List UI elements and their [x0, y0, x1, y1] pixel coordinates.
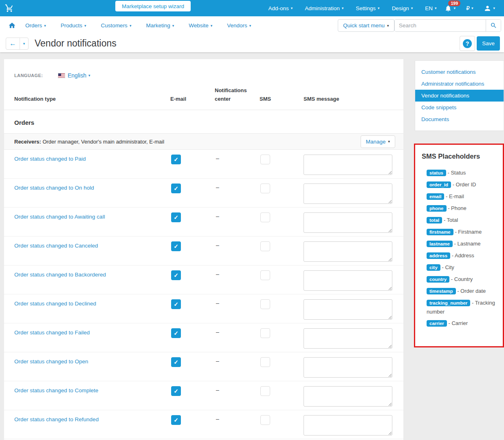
table-row: Order status changed to Backordered –: [4, 265, 403, 294]
email-checkbox[interactable]: [171, 155, 181, 164]
table-row: Order status changed to Paid –: [4, 150, 403, 179]
email-checkbox[interactable]: [171, 299, 181, 309]
help-button[interactable]: ?: [460, 36, 475, 51]
chevron-down-icon: ▾: [387, 24, 389, 28]
section-title-orders: Orders: [14, 119, 393, 126]
sms-checkbox[interactable]: [260, 212, 270, 222]
placeholder-tag[interactable]: email: [427, 193, 444, 200]
main-nav-item[interactable]: Products ▾: [61, 22, 86, 29]
placeholder-tag[interactable]: timestamp: [427, 288, 456, 294]
sms-message-input[interactable]: [304, 357, 392, 378]
sidebar-nav-item[interactable]: Vendor notifications: [415, 90, 504, 102]
placeholder-tag[interactable]: phone: [427, 205, 447, 212]
manage-button[interactable]: Manage ▾: [361, 135, 395, 148]
main-nav-item[interactable]: Orders ▾: [25, 22, 46, 29]
sms-checkbox[interactable]: [260, 386, 270, 396]
email-checkbox[interactable]: [171, 184, 181, 193]
search-input[interactable]: [395, 20, 486, 31]
search-button[interactable]: [486, 20, 501, 31]
chevron-down-icon: ▾: [411, 6, 413, 10]
sms-checkbox[interactable]: [260, 241, 270, 251]
sms-placeholder-item: phone - Phone: [427, 204, 498, 213]
sms-checkbox[interactable]: [260, 415, 270, 425]
notification-type-link[interactable]: Order status changed to Backordered: [14, 270, 106, 278]
sidebar-nav-item[interactable]: Documents: [415, 113, 504, 125]
back-button[interactable]: ←: [6, 38, 20, 49]
topbar-menu-item[interactable]: Design ▾: [392, 5, 413, 11]
save-button[interactable]: Save: [477, 36, 500, 51]
placeholder-tag[interactable]: carrier: [427, 320, 447, 327]
notification-type-link[interactable]: Order status changed to On hold: [14, 184, 94, 191]
placeholder-description: - Order ID: [453, 181, 476, 188]
notification-type-link[interactable]: Order status changed to Open: [14, 357, 88, 365]
column-header-message: SMS message: [304, 95, 394, 103]
sidebar-nav-item[interactable]: Customer notifications: [415, 66, 504, 78]
sidebar-nav-item[interactable]: Administrator notifications: [415, 78, 504, 90]
email-checkbox[interactable]: [171, 357, 181, 367]
sms-checkbox[interactable]: [260, 270, 270, 280]
notification-type-link[interactable]: Order status changed to Complete: [14, 386, 98, 394]
placeholder-tag[interactable]: lastname: [427, 241, 453, 247]
chevron-down-icon: ▾: [453, 6, 456, 10]
notification-type-link[interactable]: Order status changed to Declined: [14, 299, 96, 307]
placeholder-tag[interactable]: city: [427, 264, 440, 271]
email-checkbox[interactable]: [171, 270, 181, 280]
placeholder-tag[interactable]: status: [427, 170, 446, 176]
language-label: LANGUAGE:: [14, 73, 58, 78]
sms-message-input[interactable]: [304, 184, 392, 204]
notifications-center-value: –: [215, 327, 219, 335]
placeholder-tag[interactable]: country: [427, 276, 449, 283]
notification-type-link[interactable]: Order status changed to Failed: [14, 328, 90, 336]
email-checkbox[interactable]: [171, 212, 181, 222]
placeholder-tag[interactable]: total: [427, 217, 442, 223]
notification-type-link[interactable]: Order status changed to Paid: [14, 155, 86, 162]
home-icon[interactable]: [8, 22, 24, 29]
topbar-menu-item[interactable]: EN ▾: [425, 5, 436, 11]
table-row: Order status changed to Awaiting call –: [4, 208, 403, 237]
notifications-bell[interactable]: 199 ▾: [445, 4, 456, 12]
sms-checkbox[interactable]: [260, 184, 270, 193]
back-dropdown-button[interactable]: ▾: [20, 38, 28, 49]
sms-placeholder-item: lastname - Lastname: [427, 239, 498, 248]
placeholder-tag[interactable]: firstname: [427, 229, 453, 235]
sms-checkbox[interactable]: [260, 357, 270, 367]
language-selector[interactable]: English ▾: [68, 72, 90, 79]
quick-start-menu-button[interactable]: Quick start menu ▾: [338, 19, 394, 32]
email-checkbox[interactable]: [171, 328, 181, 338]
sms-message-input[interactable]: [304, 415, 392, 436]
notification-type-link[interactable]: Order status changed to Canceled: [14, 241, 98, 249]
marketplace-setup-wizard-button[interactable]: Marketplace setup wizard: [115, 1, 191, 11]
main-nav-item[interactable]: Customers ▾: [101, 22, 132, 29]
user-menu[interactable]: ▾: [484, 4, 495, 12]
topbar-menu-item[interactable]: Add-ons ▾: [268, 5, 293, 11]
column-header-email: E-mail: [170, 95, 215, 103]
sms-placeholders-title: SMS Placeholders: [420, 153, 498, 160]
placeholder-tag[interactable]: order_id: [427, 181, 451, 188]
currency-menu[interactable]: ₽ ▾: [466, 5, 473, 11]
notifications-center-value: –: [215, 241, 219, 248]
topbar-menu-item[interactable]: Settings ▾: [356, 5, 379, 11]
sms-message-input[interactable]: [304, 328, 392, 349]
sms-checkbox[interactable]: [260, 155, 270, 164]
email-checkbox[interactable]: [171, 386, 181, 396]
main-nav-item[interactable]: Marketing ▾: [146, 22, 174, 29]
cart-icon[interactable]: [0, 0, 19, 16]
sms-checkbox[interactable]: [260, 299, 270, 309]
sidebar-nav-item[interactable]: Code snippets: [415, 102, 504, 113]
placeholder-tag[interactable]: tracking_number: [427, 300, 470, 306]
email-checkbox[interactable]: [171, 415, 181, 425]
notification-type-link[interactable]: Order status changed to Refunded: [14, 415, 99, 422]
sms-message-input[interactable]: [304, 270, 392, 291]
placeholder-tag[interactable]: address: [427, 252, 450, 259]
sms-message-input[interactable]: [304, 241, 392, 262]
sms-message-input[interactable]: [304, 386, 392, 407]
email-checkbox[interactable]: [171, 241, 181, 251]
sms-checkbox[interactable]: [260, 328, 270, 338]
sms-message-input[interactable]: [304, 299, 392, 320]
sms-message-input[interactable]: [304, 212, 392, 233]
topbar-menu-item[interactable]: Administration ▾: [305, 5, 343, 11]
notification-type-link[interactable]: Order status changed to Awaiting call: [14, 212, 105, 220]
main-nav-item[interactable]: Vendors ▾: [227, 22, 251, 29]
main-nav-item[interactable]: Website ▾: [189, 22, 212, 29]
sms-message-input[interactable]: [304, 155, 392, 175]
